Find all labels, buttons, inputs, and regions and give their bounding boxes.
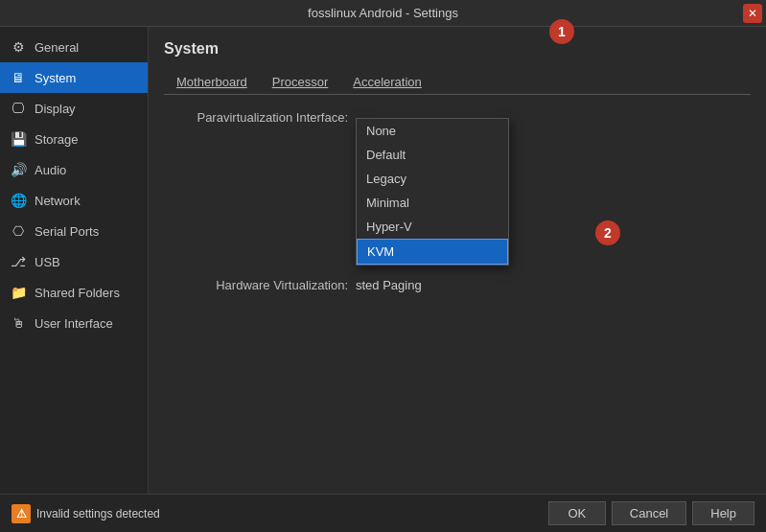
sidebar-item-general[interactable]: ⚙ General <box>0 32 148 62</box>
sidebar-item-display[interactable]: 🖵 Display <box>0 93 148 124</box>
hw-virt-row: Hardware Virtualization: sted Paging <box>164 278 751 292</box>
sidebar-label-system: System <box>35 71 76 85</box>
display-icon: 🖵 <box>10 100 27 117</box>
invalid-settings-text: Invalid settings detected <box>36 507 160 520</box>
main-container: ⚙ General 🖥 System 🖵 Display 💾 Storage 🔊… <box>0 27 766 494</box>
hw-virt-label: Hardware Virtualization: <box>164 278 356 292</box>
sidebar-item-network[interactable]: 🌐 Network <box>0 185 148 216</box>
sidebar-item-usb[interactable]: ⎇ USB <box>0 246 148 277</box>
user-interface-icon: 🖱 <box>10 314 27 332</box>
sidebar-label-usb: USB <box>35 255 60 269</box>
sidebar-label-serial-ports: Serial Ports <box>35 224 99 239</box>
serial-ports-icon: ⎔ <box>10 222 27 240</box>
usb-icon: ⎇ <box>10 253 27 270</box>
warning-icon: ⚠ <box>12 504 31 523</box>
sidebar-label-display: Display <box>35 102 76 116</box>
ok-button[interactable]: OK <box>548 501 606 525</box>
annotation-1: 1 <box>549 19 574 44</box>
tab-motherboard[interactable]: Motherboard <box>164 69 260 94</box>
sidebar-item-storage[interactable]: 💾 Storage <box>0 124 148 154</box>
audio-icon: 🔊 <box>10 161 27 178</box>
paravirt-row: Paravirtualization Interface: None Defau… <box>164 110 751 125</box>
sidebar-item-user-interface[interactable]: 🖱 User Interface <box>0 308 148 338</box>
sidebar-label-shared-folders: Shared Folders <box>35 286 120 300</box>
title-bar: fosslinux Android - Settings ✕ <box>0 0 766 27</box>
tab-acceleration[interactable]: Acceleration <box>340 69 434 94</box>
help-button[interactable]: Help <box>692 501 754 525</box>
sidebar-label-storage: Storage <box>35 132 79 147</box>
sidebar-item-audio[interactable]: 🔊 Audio <box>0 154 148 185</box>
option-default[interactable]: Default <box>357 143 508 167</box>
general-icon: ⚙ <box>10 38 27 56</box>
content-area: System Motherboard Processor Acceleratio… <box>149 27 766 494</box>
option-hyper-v[interactable]: Hyper-V <box>357 215 508 239</box>
tab-processor[interactable]: Processor <box>260 69 341 94</box>
annotation-2: 2 <box>595 220 620 245</box>
status-left: ⚠ Invalid settings detected <box>12 504 160 523</box>
option-legacy[interactable]: Legacy <box>357 167 508 191</box>
sidebar-item-system[interactable]: 🖥 System <box>0 62 148 93</box>
option-none[interactable]: None <box>357 119 508 143</box>
status-buttons: OK Cancel Help <box>548 501 754 525</box>
sidebar: ⚙ General 🖥 System 🖵 Display 💾 Storage 🔊… <box>0 27 149 494</box>
sidebar-item-shared-folders[interactable]: 📁 Shared Folders <box>0 277 148 308</box>
sidebar-label-general: General <box>35 40 79 55</box>
shared-folders-icon: 📁 <box>10 284 27 301</box>
window-title: fosslinux Android - Settings <box>308 6 458 20</box>
cancel-button[interactable]: Cancel <box>612 501 686 525</box>
network-icon: 🌐 <box>10 192 27 209</box>
sidebar-label-audio: Audio <box>35 163 66 177</box>
hw-virt-value: sted Paging <box>356 278 422 292</box>
system-icon: 🖥 <box>10 69 27 86</box>
option-kvm[interactable]: KVM <box>357 239 508 265</box>
sidebar-label-network: Network <box>35 194 81 208</box>
sidebar-item-serial-ports[interactable]: ⎔ Serial Ports <box>0 216 148 246</box>
paravirt-label: Paravirtualization Interface: <box>164 110 356 125</box>
sidebar-label-user-interface: User Interface <box>35 316 113 331</box>
content-title: System <box>164 40 751 58</box>
tab-bar: Motherboard Processor Acceleration 1 <box>164 69 751 95</box>
status-bar: ⚠ Invalid settings detected OK Cancel He… <box>0 494 766 532</box>
option-minimal[interactable]: Minimal <box>357 191 508 215</box>
dropdown-menu: None Default Legacy Minimal Hyper-V KVM <box>356 118 509 266</box>
storage-icon: 💾 <box>10 130 27 148</box>
close-button[interactable]: ✕ <box>743 4 762 23</box>
